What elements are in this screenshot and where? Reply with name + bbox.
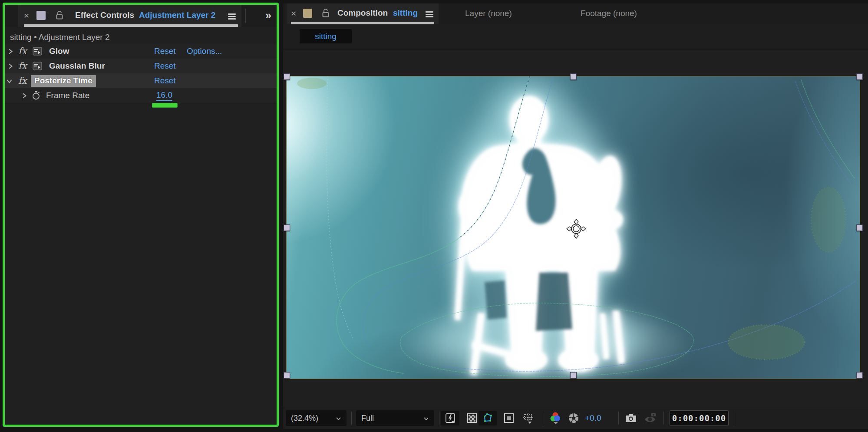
tab-footage[interactable]: Footage (none) <box>581 9 637 18</box>
reset-link[interactable]: Reset <box>154 44 176 59</box>
collapse-panel-button[interactable]: » <box>265 10 271 21</box>
expander-icon[interactable] <box>7 44 13 59</box>
effect-row-glow[interactable]: fx Glow Reset Options... <box>5 44 277 59</box>
active-tab-underline <box>24 24 238 27</box>
viewer-toolbar: (32.4%) Full <box>283 407 868 429</box>
toolbar-separator <box>543 412 543 425</box>
composition-render <box>287 76 860 379</box>
after-effects-window: × Effect Controls Adjustment Layer 2 » s… <box>0 0 868 432</box>
effect-row-posterize-time[interactable]: fx Posterize Time Reset <box>5 73 277 89</box>
transform-handle-bottom-right[interactable] <box>856 372 863 379</box>
effect-badge-icon <box>33 44 42 59</box>
panel-layer-name: Adjustment Layer 2 <box>139 10 215 20</box>
param-name: Frame Rate <box>46 88 89 103</box>
effect-row-gaussian-blur[interactable]: fx Gaussian Blur Reset <box>5 59 277 74</box>
transform-handle-top-left[interactable] <box>284 73 290 80</box>
panel-menu-icon[interactable] <box>228 12 236 21</box>
effect-name[interactable]: Glow <box>49 44 69 59</box>
fx-toggle-icon[interactable]: fx <box>18 59 27 73</box>
exposure-value[interactable]: +0.0 <box>585 411 601 425</box>
expander-icon[interactable] <box>21 88 27 103</box>
close-panel-button[interactable]: × <box>24 11 29 20</box>
transform-handle-bottom-left[interactable] <box>284 372 290 379</box>
toolbar-separator <box>439 412 439 425</box>
param-value[interactable]: 16.0 <box>156 88 172 103</box>
active-tab-underline <box>291 22 434 24</box>
chevron-down-icon <box>423 414 429 423</box>
lock-icon <box>56 10 63 22</box>
take-snapshot-icon[interactable] <box>622 411 640 425</box>
param-row-frame-rate[interactable]: Frame Rate 16.0 <box>5 88 277 103</box>
close-panel-button[interactable]: × <box>291 9 296 18</box>
magnification-value: (32.4%) <box>291 414 318 423</box>
grid-and-guides-icon[interactable] <box>519 411 538 425</box>
effect-controls-tabbar: × Effect Controls Adjustment Layer 2 » <box>5 5 277 27</box>
transform-handle-mid-right[interactable] <box>856 224 863 231</box>
transform-handle-mid-left[interactable] <box>284 224 290 231</box>
toolbar-separator <box>351 412 352 425</box>
panel-menu-icon[interactable] <box>426 10 433 19</box>
panel-group-chip <box>303 9 312 18</box>
options-link[interactable]: Options... <box>187 44 222 59</box>
composition-canvas[interactable] <box>287 76 860 379</box>
viewer-subtab-sitting[interactable]: sitting <box>300 29 352 43</box>
show-snapshot-icon[interactable] <box>641 411 660 425</box>
expander-icon[interactable] <box>7 73 12 88</box>
fast-previews-icon[interactable] <box>441 411 459 425</box>
transform-handle-top-right[interactable] <box>856 73 863 80</box>
viewer-tabbar: × Composition sitting Layer (none) Foota… <box>283 3 868 24</box>
resolution-dropdown[interactable]: Full <box>356 410 434 426</box>
reset-link[interactable]: Reset <box>154 59 176 73</box>
region-of-interest-icon[interactable] <box>500 411 518 425</box>
tab-layer[interactable]: Layer (none) <box>465 9 512 18</box>
panel-title: Effect Controls <box>75 10 134 20</box>
reset-link[interactable]: Reset <box>154 73 176 88</box>
tab-separator <box>245 9 246 23</box>
transform-handle-bottom-center[interactable] <box>570 372 577 379</box>
timecode-value: 0:00:00:00 <box>672 413 726 423</box>
magnification-dropdown[interactable]: (32.4%) <box>286 410 347 426</box>
fx-toggle-icon[interactable]: fx <box>18 73 27 88</box>
panel-group-chip <box>36 11 46 20</box>
resolution-value: Full <box>361 414 374 423</box>
show-channel-icon[interactable] <box>546 411 564 425</box>
composition-panel: × Composition sitting Layer (none) Foota… <box>283 3 868 429</box>
chevron-down-icon <box>336 414 341 423</box>
stopwatch-icon[interactable] <box>32 88 40 103</box>
toolbar-separator <box>663 412 664 425</box>
lock-icon <box>322 8 330 20</box>
panel-comp-name: sitting <box>393 8 418 18</box>
fx-toggle-icon[interactable]: fx <box>18 44 27 59</box>
toolbar-separator <box>735 412 735 425</box>
current-time-field[interactable]: 0:00:00:00 <box>670 410 729 426</box>
effect-name[interactable]: Gaussian Blur <box>49 59 105 73</box>
effect-controls-panel annotation-border: × Effect Controls Adjustment Layer 2 » s… <box>3 3 279 427</box>
toolbar-separator <box>618 412 619 425</box>
transform-handle-top-center[interactable] <box>570 73 577 80</box>
expander-icon[interactable] <box>7 59 13 73</box>
effect-name-selected[interactable]: Posterize Time <box>31 73 96 88</box>
mask-path-visibility-icon[interactable] <box>479 411 497 425</box>
viewer-subtab-label: sitting <box>315 32 337 41</box>
effect-badge-icon <box>33 59 42 73</box>
reset-exposure-icon[interactable] <box>564 411 583 425</box>
effect-controls-header: sitting • Adjustment Layer 2 <box>10 31 110 44</box>
annotation-green-underline <box>152 103 178 108</box>
panel-title: Composition <box>337 8 388 18</box>
